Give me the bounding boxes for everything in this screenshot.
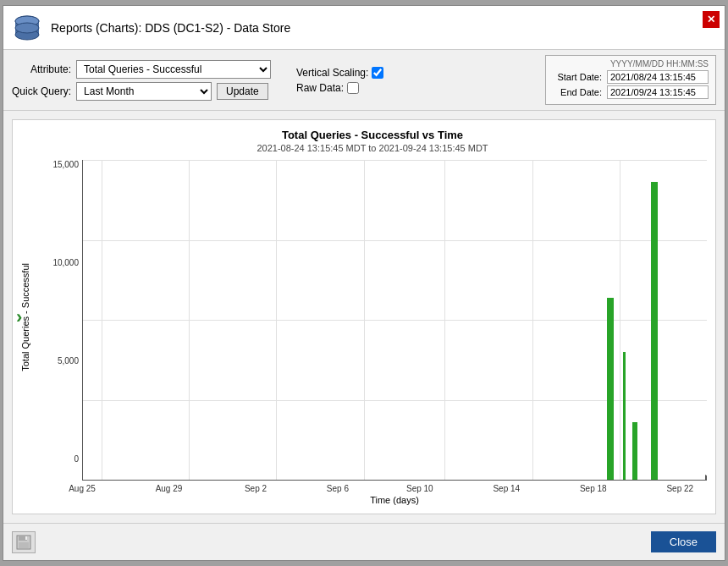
update-button[interactable]: Update bbox=[217, 83, 268, 100]
end-date-label: End Date: bbox=[553, 87, 602, 97]
x-label-sep10: Sep 10 bbox=[406, 484, 433, 493]
chart-plot-area: 15,000 10,000 5,000 0 bbox=[38, 160, 707, 481]
x-axis-container: Aug 25 Aug 29 Sep 2 Sep 6 Sep 10 Sep 14 … bbox=[38, 481, 707, 493]
close-button[interactable]: Close bbox=[651, 531, 716, 552]
bar-medium bbox=[607, 298, 614, 480]
end-date-input[interactable] bbox=[607, 85, 709, 99]
dialog-title: Reports (Charts): DDS (DC1-S2) - Data St… bbox=[51, 21, 290, 35]
x-label-aug29: Aug 29 bbox=[156, 484, 183, 493]
x-axis-label: Time (days) bbox=[38, 495, 707, 505]
toolbar-middle: Vertical Scaling: Raw Data: bbox=[296, 67, 383, 94]
quick-query-select[interactable]: Last Month bbox=[76, 82, 212, 101]
plot-canvas bbox=[82, 160, 707, 481]
y-label-5000: 5,000 bbox=[58, 356, 79, 365]
grid-v-2 bbox=[189, 160, 190, 480]
y-axis-labels: 15,000 10,000 5,000 0 bbox=[38, 160, 82, 481]
grid-h-1 bbox=[83, 160, 707, 161]
x-label-sep6: Sep 6 bbox=[327, 484, 349, 493]
chart-subtitle: 2021-08-24 13:15:45 MDT to 2021-09-24 13… bbox=[38, 143, 707, 153]
vertical-scaling-label: Vertical Scaling: bbox=[296, 67, 368, 79]
save-icon[interactable] bbox=[12, 531, 36, 553]
y-label-0: 0 bbox=[74, 454, 79, 464]
grid-v-6 bbox=[532, 160, 533, 480]
svg-rect-8 bbox=[25, 536, 27, 540]
attribute-label: Attribute: bbox=[12, 63, 71, 75]
dialog: Reports (Charts): DDS (DC1-S2) - Data St… bbox=[3, 5, 725, 561]
attribute-select[interactable]: Total Queries - Successful bbox=[76, 60, 271, 79]
date-panel: YYYY/MM/DD HH:MM:SS Start Date: End Date… bbox=[545, 55, 716, 105]
svg-rect-7 bbox=[19, 542, 29, 548]
grid-v-7 bbox=[620, 160, 620, 480]
quick-query-row: Quick Query: Last Month Update bbox=[12, 82, 271, 101]
x-label-sep22: Sep 22 bbox=[666, 484, 693, 493]
vertical-scaling-row: Vertical Scaling: bbox=[296, 67, 383, 79]
quick-query-label: Quick Query: bbox=[12, 85, 71, 97]
start-date-input[interactable] bbox=[607, 70, 709, 84]
database-icon bbox=[12, 13, 42, 43]
attribute-row: Attribute: Total Queries - Successful bbox=[12, 60, 271, 79]
x-label-aug25: Aug 25 bbox=[69, 484, 96, 493]
ylabel-container: › Total Queries - Successful bbox=[13, 120, 38, 514]
vertical-scaling-checkbox[interactable] bbox=[372, 67, 383, 79]
title-bar: Reports (Charts): DDS (DC1-S2) - Data St… bbox=[3, 6, 725, 50]
y-label-15000: 15,000 bbox=[52, 160, 79, 169]
grid-h-2 bbox=[83, 240, 707, 241]
x-label-sep2: Sep 2 bbox=[245, 484, 267, 493]
bar-thin bbox=[623, 352, 626, 480]
x-axis-arrow bbox=[705, 475, 707, 481]
start-date-row: Start Date: bbox=[553, 70, 709, 84]
raw-data-checkbox[interactable] bbox=[347, 82, 359, 94]
end-date-row: End Date: bbox=[553, 85, 709, 99]
y-label-10000: 10,000 bbox=[52, 258, 79, 267]
toolbar: Attribute: Total Queries - Successful Qu… bbox=[3, 50, 725, 111]
raw-data-row: Raw Data: bbox=[296, 82, 383, 94]
svg-point-4 bbox=[15, 23, 39, 33]
start-date-label: Start Date: bbox=[553, 72, 602, 82]
toolbar-left: Attribute: Total Queries - Successful Qu… bbox=[12, 60, 271, 101]
bottom-bar: Close bbox=[3, 523, 725, 560]
grid-v-1 bbox=[102, 160, 102, 480]
y-axis-label: Total Queries - Successful bbox=[20, 263, 30, 371]
x-label-sep14: Sep 14 bbox=[493, 484, 520, 493]
grid-v-3 bbox=[276, 160, 277, 480]
x-labels: Aug 25 Aug 29 Sep 2 Sep 6 Sep 10 Sep 14 … bbox=[82, 481, 707, 493]
x-label-sep18: Sep 18 bbox=[580, 484, 607, 493]
grid-v-5 bbox=[444, 160, 445, 480]
raw-data-label: Raw Data: bbox=[296, 82, 344, 94]
grid-v-4 bbox=[364, 160, 365, 480]
bar-small bbox=[632, 422, 637, 480]
title-close-button[interactable]: ✕ bbox=[703, 11, 720, 28]
date-format-label: YYYY/MM/DD HH:MM:SS bbox=[553, 59, 709, 69]
chart-title: Total Queries - Successful vs Time bbox=[38, 129, 707, 141]
chart-area: › Total Queries - Successful Total Queri… bbox=[12, 119, 716, 514]
bar-tall bbox=[651, 182, 658, 480]
chart-inner: Total Queries - Successful vs Time 2021-… bbox=[38, 120, 715, 514]
